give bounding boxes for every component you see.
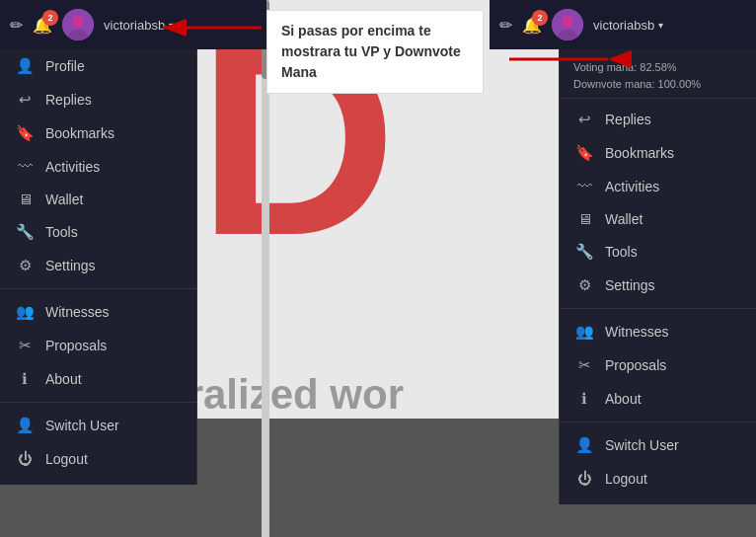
menu-label-logout-right: Logout [605,471,647,487]
divider-left-2 [0,402,196,403]
menu-label-witnesses-right: Witnesses [605,324,669,340]
dropdown-left: 👤 Profile ↩ Replies 🔖 Bookmarks 〰 Activi… [0,49,197,485]
menu-label-about-left: About [45,371,82,387]
menu-label-bookmarks-left: Bookmarks [45,125,114,141]
menu-item-bookmarks-left[interactable]: 🔖 Bookmarks [0,116,196,150]
menu-label-wallet-left: Wallet [45,192,83,207]
about-icon-right: ℹ [575,390,593,408]
pencil-icon-right[interactable]: ✏ [499,16,512,35]
menu-item-replies-right[interactable]: ↩ Replies [560,103,756,136]
switchuser-icon-right: 👤 [575,436,593,454]
tools-icon-left: 🔧 [16,223,34,241]
activities-icon-left: 〰 [16,158,34,175]
menu-item-tools-right[interactable]: 🔧 Tools [560,235,756,268]
menu-item-witnesses-right[interactable]: 👥 Witnesses [560,315,756,348]
menu-item-switchuser-right[interactable]: 👤 Switch User [560,428,756,462]
activities-icon-right: 〰 [575,178,593,194]
menu-item-replies-left[interactable]: ↩ Replies [0,83,196,116]
bookmarks-icon-right: 🔖 [575,144,593,162]
menu-label-wallet-right: Wallet [605,211,643,227]
arrow-right-svg [499,39,618,79]
menu-item-settings-left[interactable]: ⚙ Settings [0,249,196,282]
username-text-right: victoriabsb [593,18,654,33]
menu-item-logout-right[interactable]: ⏻ Logout [560,462,756,495]
wallet-icon-left: 🖥 [16,191,34,207]
logout-icon-left: ⏻ [16,450,34,467]
annotation-text: Si pasas por encima te mostrara tu VP y … [281,23,461,80]
svg-point-1 [72,16,84,28]
bookmarks-icon-left: 🔖 [16,124,34,142]
menu-item-activities-right[interactable]: 〰 Activities [560,170,756,202]
replies-icon-left: ↩ [16,91,34,109]
menu-item-settings-right[interactable]: ⚙ Settings [560,268,756,302]
arrow-left-svg [153,8,271,47]
menu-label-proposals-left: Proposals [45,338,107,353]
menu-label-about-right: About [605,391,642,407]
divider-right-2 [560,422,756,422]
profile-icon-left: 👤 [16,57,34,75]
logout-icon-right: ⏻ [575,470,593,487]
menu-label-activities-right: Activities [605,179,659,194]
menu-label-tools-right: Tools [605,244,638,260]
settings-icon-right: ⚙ [575,276,593,294]
avatar-left[interactable] [62,9,94,40]
menu-label-witnesses-left: Witnesses [45,304,110,320]
menu-item-wallet-left[interactable]: 🖥 Wallet [0,183,196,215]
menu-label-replies-left: Replies [45,92,92,108]
divider-right-1 [560,308,756,309]
menu-label-replies-right: Replies [605,112,651,127]
menu-label-proposals-right: Proposals [605,357,666,373]
menu-item-proposals-left[interactable]: ✂ Proposals [0,329,196,362]
menu-item-about-left[interactable]: ℹ About [0,362,196,396]
menu-label-tools-left: Tools [45,224,78,240]
menu-item-activities-left[interactable]: 〰 Activities [0,150,196,183]
menu-label-settings-left: Settings [45,258,96,273]
menu-label-profile-left: Profile [45,58,85,74]
tools-icon-right: 🔧 [575,243,593,261]
menu-item-logout-left[interactable]: ⏻ Logout [0,442,196,475]
about-icon-left: ℹ [16,370,34,388]
menu-item-profile-left[interactable]: 👤 Profile [0,49,196,83]
username-right[interactable]: victoriabsb ▾ [593,18,663,33]
menu-item-bookmarks-right[interactable]: 🔖 Bookmarks [560,136,756,170]
menu-label-settings-right: Settings [605,277,655,293]
menu-label-switchuser-left: Switch User [45,418,119,433]
avatar-right[interactable] [552,9,583,40]
witnesses-icon-right: 👥 [575,323,593,341]
menu-item-witnesses-left[interactable]: 👥 Witnesses [0,295,196,329]
annotation-box: Si pasas por encima te mostrara tu VP y … [266,10,484,94]
replies-icon-right: ↩ [575,111,593,128]
wallet-icon-right: 🖥 [575,210,593,227]
dropdown-right: Voting mana: 82.58% Downvote mana: 100.0… [559,49,756,504]
proposals-icon-right: ✂ [575,356,593,374]
menu-item-proposals-right[interactable]: ✂ Proposals [560,348,756,382]
pencil-icon[interactable]: ✏ [10,16,23,35]
menu-item-tools-left[interactable]: 🔧 Tools [0,215,196,249]
notification-badge-left: 2 [42,10,58,26]
menu-item-wallet-right[interactable]: 🖥 Wallet [560,202,756,235]
menu-item-switchuser-left[interactable]: 👤 Switch User [0,409,196,442]
switchuser-icon-left: 👤 [16,417,34,434]
chevron-right: ▾ [658,20,663,31]
notification-wrapper-left[interactable]: 🔔 2 [33,16,52,35]
notification-wrapper-right[interactable]: 🔔 2 [522,16,542,35]
divider-left-1 [0,288,196,289]
menu-label-logout-left: Logout [45,451,88,467]
witnesses-icon-left: 👥 [16,303,34,321]
proposals-icon-left: ✂ [16,337,34,354]
notification-badge-right: 2 [532,10,548,26]
menu-label-switchuser-right: Switch User [605,437,679,453]
menu-label-activities-left: Activities [45,159,100,175]
svg-point-4 [562,16,573,28]
settings-icon-left: ⚙ [16,257,34,274]
menu-label-bookmarks-right: Bookmarks [605,145,674,161]
menu-item-about-right[interactable]: ℹ About [560,382,756,416]
